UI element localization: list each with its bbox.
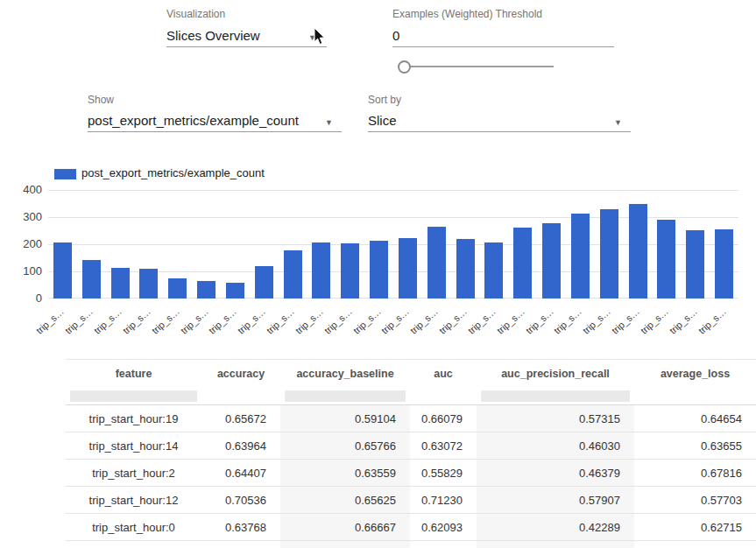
bar[interactable] (82, 260, 101, 299)
filter-cell (634, 388, 756, 405)
metric-cell: 0.63559 (280, 460, 410, 487)
metric-cell: 0.65766 (280, 432, 410, 460)
threshold-slider-track[interactable] (403, 66, 554, 67)
filter-cell (477, 388, 634, 405)
bar[interactable] (139, 269, 158, 299)
metric-cell: 0.70536 (201, 487, 280, 514)
threshold-label: Examples (Weighted) Threshold (392, 8, 542, 20)
metric-cell: 0.64654 (634, 405, 756, 432)
bar[interactable] (484, 242, 503, 299)
visualization-dropdown[interactable]: Slices Overview (166, 28, 260, 43)
bar[interactable] (370, 241, 388, 299)
threshold-slider-thumb[interactable] (398, 60, 411, 74)
metric-cell: 0.64844 (280, 541, 410, 548)
sort-by-dropdown-arrow-icon[interactable]: ▼ (614, 118, 622, 127)
table-body: trip_start_hour:190.656720.591040.660790… (66, 388, 756, 548)
table-head: featureaccuracyaccuracy_baselineaucauc_p… (66, 360, 756, 389)
column-header[interactable]: average_loss (634, 360, 756, 389)
bar[interactable] (513, 228, 532, 299)
show-dropdown-arrow-icon[interactable]: ▼ (325, 118, 333, 127)
filter-input[interactable] (70, 390, 197, 402)
bar[interactable] (312, 242, 330, 299)
column-header[interactable]: accuracy_baseline (280, 360, 410, 389)
metric-cell: 0.64407 (201, 460, 280, 487)
bar[interactable] (571, 214, 590, 299)
filter-row (66, 388, 756, 405)
y-axis-tick-label: 100 (11, 264, 42, 278)
bar[interactable] (197, 281, 215, 299)
bar[interactable] (629, 204, 647, 299)
threshold-underline (392, 46, 614, 47)
show-label: Show (88, 94, 114, 106)
metric-cell: 0.66016 (201, 541, 280, 548)
x-axis-label: trip_s… (13, 306, 66, 355)
metric-cell: 0.71230 (410, 487, 477, 514)
bar[interactable] (284, 250, 302, 299)
metric-cell: 0.55829 (410, 460, 477, 487)
show-underline (88, 131, 342, 132)
bar[interactable] (542, 223, 561, 299)
metric-cell: 0.42289 (477, 514, 634, 541)
slicing-metrics-browser: Visualization Slices Overview ▼ Examples… (0, 0, 756, 548)
bar[interactable] (226, 283, 244, 299)
filter-cell (410, 388, 477, 405)
metric-cell: 0.46379 (477, 460, 634, 487)
bar[interactable] (657, 220, 675, 299)
visualization-dropdown-arrow-icon[interactable]: ▼ (308, 33, 316, 42)
filter-cell (66, 388, 201, 405)
bar[interactable] (427, 227, 446, 299)
y-axis-tick-label: 400 (11, 183, 42, 196)
metric-cell: 0.63072 (410, 432, 477, 460)
feature-cell: trip_start_hour:12 (66, 487, 201, 514)
bar[interactable] (341, 243, 359, 299)
bar[interactable] (686, 230, 704, 299)
filter-cell (201, 388, 280, 405)
legend-color-swatch (54, 169, 76, 179)
threshold-input[interactable]: 0 (392, 28, 399, 43)
metric-cell: 0.66667 (280, 514, 410, 541)
metric-cell: 0.65142 (634, 541, 756, 548)
feature-cell: trip_start_hour:0 (66, 514, 201, 541)
feature-cell: trip_start_hour:14 (66, 432, 201, 460)
metric-cell: 0.65672 (201, 405, 280, 432)
metric-cell: 0.63768 (201, 514, 280, 541)
bar[interactable] (399, 238, 417, 299)
bar[interactable] (255, 266, 273, 299)
table-row[interactable]: trip_start_hour:00.637680.666670.620930.… (66, 514, 756, 541)
sort-by-label: Sort by (368, 94, 401, 106)
table-row[interactable]: trip_start_hour:20.644070.635590.558290.… (66, 460, 756, 487)
metric-cell: 0.57703 (634, 487, 756, 514)
header-row: featureaccuracyaccuracy_baselineaucauc_p… (66, 360, 756, 389)
bar[interactable] (600, 209, 618, 299)
metric-cell: 0.57315 (477, 405, 634, 432)
sort-by-dropdown[interactable]: Slice (368, 113, 397, 128)
column-header[interactable]: accuracy (201, 360, 280, 389)
metric-cell: 0.65625 (280, 487, 410, 514)
table-row[interactable]: trip_start_hour:120.705360.656250.712300… (66, 487, 756, 514)
show-dropdown[interactable]: post_export_metrics/example_count (88, 113, 299, 128)
column-header[interactable]: auc_precision_recall (477, 360, 634, 389)
bar[interactable] (168, 278, 187, 299)
metric-cell: 0.46030 (477, 432, 634, 460)
metrics-table: featureaccuracyaccuracy_baselineaucauc_p… (66, 359, 756, 548)
table-row[interactable]: trip_start_hour:230.660160.648440.583370… (66, 541, 756, 548)
bar[interactable] (53, 242, 72, 299)
table-row[interactable]: trip_start_hour:190.656720.591040.660790… (66, 405, 756, 432)
y-axis-tick-label: 200 (11, 237, 42, 250)
table-row[interactable]: trip_start_hour:140.639640.657660.630720… (66, 432, 756, 460)
feature-cell: trip_start_hour:2 (66, 460, 201, 487)
sort-by-underline (368, 131, 631, 132)
column-header[interactable]: feature (66, 360, 201, 389)
metric-cell: 0.58337 (410, 541, 477, 548)
metric-cell: 0.67816 (634, 460, 756, 487)
visualization-underline (166, 46, 327, 47)
bar[interactable] (715, 229, 733, 299)
bar[interactable] (111, 268, 130, 299)
filter-input[interactable] (481, 390, 630, 402)
feature-cell: trip_start_hour:19 (66, 405, 201, 432)
column-header[interactable]: auc (410, 360, 477, 389)
filter-input[interactable] (285, 390, 406, 402)
y-axis-tick-label: 0 (11, 292, 42, 305)
metric-cell: 0.62093 (410, 514, 477, 541)
bar[interactable] (456, 239, 475, 299)
